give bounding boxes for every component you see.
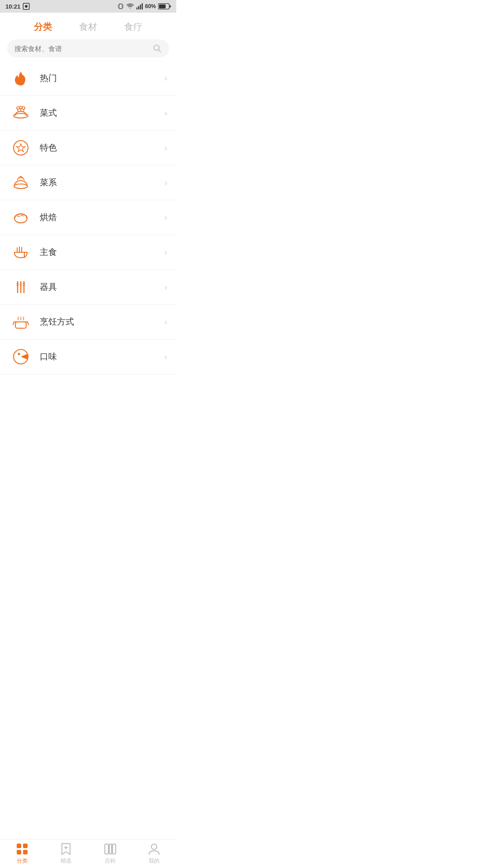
category-item-juju[interactable]: 器具 › (0, 270, 176, 305)
category-list: 热门 › 菜式 › 特色 › (0, 61, 176, 374)
chevron-icon-hot: › (164, 74, 167, 83)
chevron-icon-kouwei: › (164, 352, 167, 362)
category-item-zhushi[interactable]: 主食 › (0, 235, 176, 270)
svg-rect-12 (142, 3, 143, 9)
tab-shiliao[interactable]: 食疗 (124, 21, 142, 33)
category-item-hongbei[interactable]: 烘焙 › (0, 200, 176, 235)
category-label-juju: 器具 (40, 281, 164, 293)
dish-icon (9, 104, 33, 122)
chevron-icon-caishi: › (164, 108, 167, 118)
category-item-caishi[interactable]: 菜式 › (0, 96, 176, 131)
svg-rect-9 (136, 7, 137, 9)
svg-point-24 (22, 107, 25, 109)
plate-icon (9, 174, 33, 192)
svg-point-28 (20, 176, 22, 178)
category-label-zhushi: 主食 (40, 246, 164, 258)
bowl-icon (9, 243, 33, 261)
header-tabs: 分类 食材 食疗 (0, 13, 176, 39)
svg-point-1 (25, 5, 28, 8)
screen-record-icon (22, 2, 30, 10)
svg-rect-10 (138, 6, 139, 9)
utensils-icon (9, 278, 33, 296)
chevron-icon-juju: › (164, 283, 167, 292)
svg-point-48 (18, 353, 20, 355)
status-bar: 10:21 60% (0, 0, 176, 13)
category-item-kouwei[interactable]: 口味 › (0, 340, 176, 374)
svg-rect-43 (15, 322, 26, 328)
category-label-hot: 热门 (40, 72, 164, 84)
flame-icon (9, 69, 33, 87)
category-label-caixi: 菜系 (40, 177, 164, 189)
chevron-icon-tese: › (164, 143, 167, 153)
svg-point-25 (14, 141, 28, 155)
chevron-icon-fangshi: › (164, 317, 167, 327)
time-display: 10:21 (5, 3, 20, 10)
chevron-icon-caixi: › (164, 178, 167, 188)
chevron-icon-hongbei: › (164, 213, 167, 222)
svg-point-22 (17, 107, 19, 109)
pot-icon (9, 313, 33, 331)
category-item-hot[interactable]: 热门 › (0, 61, 176, 96)
svg-marker-26 (17, 144, 25, 152)
svg-rect-14 (159, 5, 166, 9)
svg-rect-2 (119, 4, 122, 9)
category-label-tese: 特色 (40, 142, 164, 154)
battery-icon (158, 3, 171, 9)
category-item-tese[interactable]: 特色 › (0, 131, 176, 165)
category-item-fangshi[interactable]: 烹饪方式 › (0, 305, 176, 340)
battery-percent: 60% (145, 3, 156, 9)
svg-rect-15 (169, 5, 171, 7)
svg-rect-11 (140, 5, 141, 9)
category-label-kouwei: 口味 (40, 351, 164, 363)
chevron-icon-zhushi: › (164, 248, 167, 257)
svg-line-46 (28, 322, 28, 325)
svg-line-45 (13, 322, 14, 325)
category-label-caishi: 菜式 (40, 107, 164, 119)
star-badge-icon (9, 139, 33, 157)
category-label-hongbei: 烘焙 (40, 212, 164, 223)
vibrate-icon (117, 3, 124, 10)
search-icon (153, 44, 162, 53)
svg-line-17 (159, 50, 161, 52)
tab-fenlei[interactable]: 分类 (34, 21, 52, 33)
search-input[interactable] (14, 45, 149, 52)
wifi-icon (126, 3, 134, 9)
signal-icon (136, 3, 143, 9)
search-bar[interactable] (7, 39, 169, 57)
tab-shicai[interactable]: 食材 (79, 21, 97, 33)
category-label-fangshi: 烹饪方式 (40, 316, 164, 328)
face-icon (9, 348, 33, 366)
bread-icon (9, 208, 33, 226)
svg-point-27 (14, 184, 28, 189)
category-item-caixi[interactable]: 菜系 › (0, 165, 176, 200)
